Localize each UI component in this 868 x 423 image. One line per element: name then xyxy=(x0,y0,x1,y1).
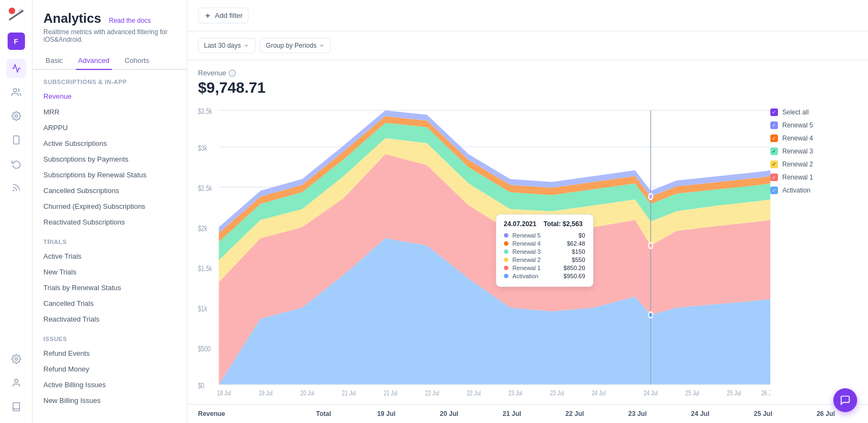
legend-renewal2[interactable]: ✓ Renewal 2 xyxy=(770,161,857,168)
menu-item-mrr[interactable]: MRR xyxy=(33,104,187,120)
tooltip-row-renewal1: Renewal 1 $850.20 xyxy=(504,265,585,271)
menu-item-active-billing[interactable]: Active Billing Issues xyxy=(33,377,187,393)
chart-svg-area: $3.5k $3k $2.5k $2k $1.5k $1k $500 $0 xyxy=(198,103,770,395)
tooltip-row-renewal3: Renewal 3 $150 xyxy=(504,248,585,255)
svg-text:$2.5k: $2.5k xyxy=(198,183,212,193)
tooltip-row-renewal4: Renewal 4 $62.48 xyxy=(504,240,585,247)
col-19jul: 19 Jul xyxy=(355,410,418,418)
legend-select-all[interactable]: ✓ Select all xyxy=(770,108,857,116)
select-all-label: Select all xyxy=(782,108,809,116)
tooltip-row-renewal2: Renewal 2 $550 xyxy=(504,257,585,263)
menu-item-arppu[interactable]: ARPPU xyxy=(33,120,187,136)
user-avatar[interactable]: F xyxy=(8,33,25,50)
tooltip-total: Total: $2,563 xyxy=(544,220,583,228)
menu-item-refund-money[interactable]: Refund Money xyxy=(33,361,187,377)
menu-section-issues: Issues Refund Events Refund Money Active… xyxy=(33,327,187,408)
sidebar-bottom-icons xyxy=(7,349,26,416)
menu-item-reactivated-subscriptions[interactable]: Reactivated Subscriptions xyxy=(33,214,187,230)
tooltip-val-renewal5: $0 xyxy=(578,232,585,239)
date-range-dropdown[interactable]: Last 30 days xyxy=(198,38,256,53)
legend-checkbox-renewal3[interactable]: ✓ xyxy=(770,148,778,155)
mobile-nav-icon[interactable] xyxy=(7,130,26,150)
svg-text:23 Jul: 23 Jul xyxy=(550,388,564,395)
menu-item-cancelled-trials[interactable]: Cancelled Trials xyxy=(33,296,187,311)
legend-activation[interactable]: ✓ Activation xyxy=(770,187,857,194)
svg-text:22 Jul: 22 Jul xyxy=(467,388,481,395)
tooltip-label-renewal2: Renewal 2 xyxy=(513,257,568,263)
chart-svg: $3.5k $3k $2.5k $2k $1.5k $1k $500 $0 xyxy=(198,103,770,395)
svg-text:22 Jul: 22 Jul xyxy=(425,388,439,395)
svg-text:$3.5k: $3.5k xyxy=(198,106,212,116)
menu-section-trials: Trials Active Trials New Trials Trials b… xyxy=(33,230,187,327)
tooltip-val-renewal4: $62.48 xyxy=(567,240,585,247)
tooltip-dot-renewal2 xyxy=(504,258,508,262)
tooltip-row-renewal5: Renewal 5 $0 xyxy=(504,232,585,239)
svg-text:20 Jul: 20 Jul xyxy=(301,388,315,395)
menu-item-subscriptions-by-payments[interactable]: Subscriptions by Payments xyxy=(33,151,187,167)
legend-label-renewal4: Renewal 4 xyxy=(782,134,813,142)
col-22jul: 22 Jul xyxy=(543,410,606,418)
legend-checkbox-renewal4[interactable]: ✓ xyxy=(770,134,778,142)
tooltip-header: 24.07.2021 Total: $2,563 xyxy=(504,220,585,228)
analytics-nav-icon[interactable] xyxy=(7,59,26,78)
menu-item-new-trials[interactable]: New Trials xyxy=(33,264,187,280)
chevron-down-icon-2 xyxy=(318,42,325,49)
svg-text:$3k: $3k xyxy=(198,143,207,152)
table-header-row: Revenue Total 19 Jul 20 Jul 21 Jul 22 Ju… xyxy=(198,405,857,423)
settings-nav-icon[interactable] xyxy=(7,106,26,126)
col-20jul: 20 Jul xyxy=(418,410,481,418)
group-by-dropdown[interactable]: Group by Periods xyxy=(260,38,331,53)
menu-item-trials-by-renewal[interactable]: Trials by Renewal Status xyxy=(33,280,187,296)
svg-text:19 Jul: 19 Jul xyxy=(217,388,231,395)
date-range-label: Last 30 days xyxy=(204,42,241,49)
svg-text:24 Jul: 24 Jul xyxy=(592,388,606,395)
menu-item-revenue[interactable]: Revenue xyxy=(33,88,187,104)
page-title: Analytics xyxy=(43,11,101,26)
legend-checkbox-renewal2[interactable]: ✓ xyxy=(770,161,778,168)
tooltip-label-renewal5: Renewal 5 xyxy=(513,232,575,239)
menu-item-cancelled-subscriptions[interactable]: Cancelled Subscriptions xyxy=(33,183,187,198)
bottom-person-icon[interactable] xyxy=(7,373,26,393)
legend-label-renewal3: Renewal 3 xyxy=(782,148,813,155)
menu-item-active-subscriptions[interactable]: Active Subscriptions xyxy=(33,136,187,151)
refresh-nav-icon[interactable] xyxy=(7,154,26,174)
bottom-settings-icon[interactable] xyxy=(7,349,26,369)
svg-point-8 xyxy=(15,379,18,382)
svg-text:26 Ju: 26 Ju xyxy=(761,388,770,395)
feed-nav-icon[interactable] xyxy=(7,178,26,197)
legend-checkbox-renewal5[interactable]: ✓ xyxy=(770,121,778,129)
tooltip-label-activation: Activation xyxy=(513,273,559,279)
docs-link[interactable]: Read the docs xyxy=(109,17,151,24)
legend-renewal4[interactable]: ✓ Renewal 4 xyxy=(770,134,857,142)
legend-checkbox-renewal1[interactable]: ✓ xyxy=(770,174,778,181)
legend-renewal1[interactable]: ✓ Renewal 1 xyxy=(770,174,857,181)
plus-icon xyxy=(204,12,212,20)
tooltip-val-renewal2: $550 xyxy=(572,257,585,263)
chevron-down-icon xyxy=(243,42,250,49)
svg-text:19 Jul: 19 Jul xyxy=(259,388,273,395)
tab-basic[interactable]: Basic xyxy=(43,52,65,70)
add-filter-button[interactable]: Add filter xyxy=(198,8,248,23)
tab-cohorts[interactable]: Cohorts xyxy=(123,52,152,70)
users-nav-icon[interactable] xyxy=(7,82,26,102)
menu-item-reactivated-trials[interactable]: Reactivated Trials xyxy=(33,311,187,327)
legend-checkbox-activation[interactable]: ✓ xyxy=(770,187,778,194)
svg-text:25 Jul: 25 Jul xyxy=(685,388,699,395)
menu-item-churned-subscriptions[interactable]: Churned (Expired) Subscriptions xyxy=(33,198,187,214)
app-logo xyxy=(8,7,25,24)
tab-advanced[interactable]: Advanced xyxy=(76,52,112,70)
filter-bar: Add filter xyxy=(187,0,868,31)
col-24jul: 24 Jul xyxy=(669,410,732,418)
menu-item-active-trials[interactable]: Active Trials xyxy=(33,248,187,264)
chat-button[interactable] xyxy=(833,388,857,412)
select-all-checkbox[interactable]: ✓ xyxy=(770,108,778,116)
legend-renewal3[interactable]: ✓ Renewal 3 xyxy=(770,148,857,155)
svg-text:$2k: $2k xyxy=(198,223,207,233)
svg-point-31 xyxy=(649,194,653,200)
menu-item-refund-events[interactable]: Refund Events xyxy=(33,345,187,361)
menu-item-new-billing[interactable]: New Billing Issues xyxy=(33,393,187,408)
legend-renewal5[interactable]: ✓ Renewal 5 xyxy=(770,121,857,129)
bottom-book-icon[interactable] xyxy=(7,397,26,416)
menu-item-subscriptions-by-renewal[interactable]: Subscriptions by Renewal Status xyxy=(33,167,187,183)
menu-section-subscriptions: Subscriptions & In-App Revenue MRR ARPPU… xyxy=(33,70,187,230)
